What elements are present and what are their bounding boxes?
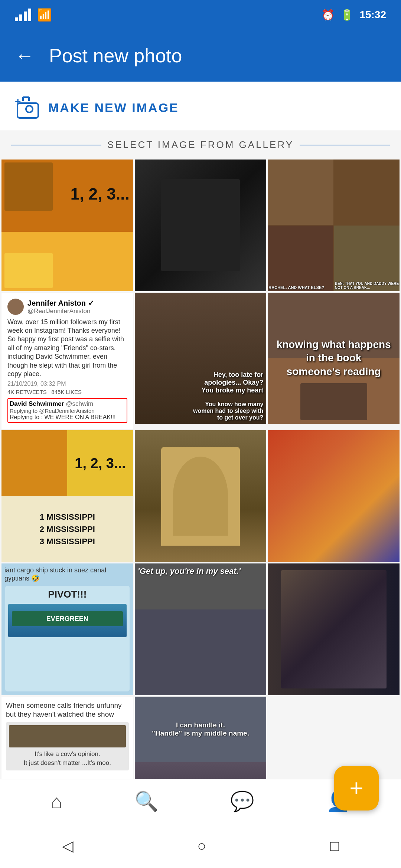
chat-icon: 💬 [230,790,254,813]
gallery-item-11[interactable]: 'Get up, you're in my seat.' [135,563,267,695]
gallery-item-12[interactable] [268,563,400,695]
divider-line-right [300,145,390,145]
sys-back-button[interactable]: ◁ [62,837,74,854]
alarm-icon: ⏰ [322,9,335,21]
unfunny-text: When someone calls friends unfunny but t… [6,701,129,719]
tweet-stats: 4K RETWEETS 845K LIKES [7,389,127,395]
status-right: ⏰ 🔋 15:32 [322,9,386,21]
gallery-item-3[interactable]: RACHEL: AND WHAT ELSE? BEN: THAT YOU AND… [268,160,400,291]
time-display: 15:32 [359,9,386,21]
tweet-handle: @RealJenniferAniston [27,308,94,315]
gallery-item-4[interactable]: Jennifer Aniston ✓ @RealJenniferAniston … [1,293,133,429]
gallery-section-label: SELECT IMAGE FROM GALLERY [107,139,294,151]
status-left: 📶 [15,8,52,22]
signal-icon [15,9,31,21]
battery-icon: 🔋 [340,9,353,21]
gallery-divider: SELECT IMAGE FROM GALLERY [0,130,401,160]
gallery-item-8[interactable] [135,430,267,562]
make-new-image-section[interactable]: + MAKE NEW IMAGE [0,82,401,130]
tweet-body: Wow, over 15 million followers my first … [7,318,127,379]
system-navigation: ◁ ○ □ [0,823,401,868]
back-button[interactable]: ← [15,45,34,67]
image-gallery-grid: 1, 2, 3... RACHEL: AND WHAT ELSE? BEN: T… [0,160,401,829]
tweet-date: 21/10/2019, 03:32 PM [7,381,127,387]
nav-home[interactable]: ⌂ [51,790,62,813]
camera-icon: + [15,96,41,119]
page-title: Post new photo [49,45,182,67]
tweet-reply: David Schwimmer @schwim Replying to @Rea… [7,398,127,423]
tweet-header: Jennifer Aniston ✓ @RealJenniferAniston [7,299,127,315]
gallery-item-2[interactable] [135,160,267,291]
sys-recent-button[interactable]: □ [330,838,339,854]
fab-add-button[interactable]: + [334,766,379,811]
app-header: ← Post new photo [0,30,401,82]
tweet-avatar [7,299,24,315]
nav-search[interactable]: 🔍 [134,790,159,813]
gallery-item-9[interactable] [268,430,400,562]
sys-home-button[interactable]: ○ [197,838,206,854]
status-bar: 📶 ⏰ 🔋 15:32 [0,0,401,30]
gallery-item-6[interactable]: knowing what happensin the booksomeone's… [268,293,400,424]
gallery-item-1[interactable]: 1, 2, 3... [1,160,133,291]
fab-plus-icon: + [349,776,363,800]
wifi-icon: 📶 [37,8,52,22]
home-icon: ⌂ [51,790,62,813]
make-new-label: MAKE NEW IMAGE [48,101,179,115]
gallery-item-5[interactable]: Hey, too late for apologies... Okay? You… [135,293,267,424]
gallery-item-7[interactable]: 1, 2, 3... 1 MISSISSIPPI2 MISSISSIPPI3 M… [1,430,133,562]
tweet-name: Jennifer Aniston ✓ [27,299,94,308]
gallery-item-10[interactable]: iant cargo ship stuck in suez canalgypti… [1,563,133,695]
nav-chat[interactable]: 💬 [230,790,254,813]
divider-line-left [11,145,101,145]
search-icon: 🔍 [134,790,159,813]
